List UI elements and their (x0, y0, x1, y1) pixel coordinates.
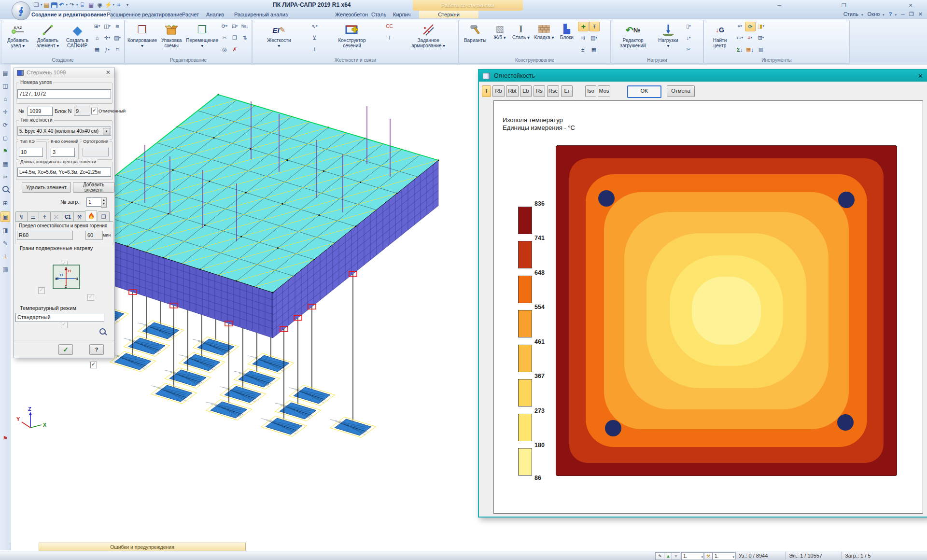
tab-advanced-analysis[interactable]: Расширенный анализ (230, 11, 292, 18)
scale-icon[interactable]: 1.2▾ (735, 33, 744, 42)
rod-close-icon[interactable]: ✕ (106, 69, 111, 76)
face-right-checkbox[interactable] (87, 294, 94, 301)
block-down-icon[interactable]: ▦↓ (745, 45, 755, 54)
target-icon[interactable]: ⌖▾ (735, 22, 744, 30)
tab-steel[interactable]: Сталь (367, 11, 391, 18)
masonry-button[interactable]: Кладка ▾ (533, 21, 556, 56)
rotate-view-icon[interactable]: ⟳ (745, 22, 756, 31)
section-constructor-button[interactable]: Конструктор сечений (331, 21, 373, 56)
panel-icon-16[interactable]: ▥ (1, 265, 10, 274)
panel-icon-2[interactable]: ◫ (1, 81, 10, 91)
fire-time-field[interactable]: 60 (85, 231, 103, 240)
variant-combo[interactable]: 1.▾ (713, 552, 735, 560)
panel-icon-17[interactable]: ⚑ (1, 434, 10, 443)
temp-mode-button[interactable]: T (482, 85, 491, 97)
delete-element-button[interactable]: Удалить элемент (22, 182, 71, 193)
help-button[interactable]: ? (89, 344, 104, 355)
panel-icon-1[interactable]: ▤ (1, 68, 10, 78)
mesh-icon[interactable]: ▤▾ (112, 33, 122, 42)
layers-icon[interactable]: ± (578, 45, 588, 54)
variant-hammer-icon[interactable]: ⚒ (704, 552, 713, 560)
distributed-load-icon[interactable]: ↓▾ (684, 33, 693, 42)
function-surface-icon[interactable]: ƒ▾ (102, 45, 112, 54)
close-button[interactable]: ✕ (904, 2, 917, 9)
t-section-tool-icon[interactable]: Ŧ (589, 22, 600, 31)
create-in-sapfir-button[interactable]: ◆ Создать в САПФИР (63, 21, 91, 56)
tab-advanced-editing[interactable]: Расширенное редактирование (102, 11, 186, 18)
tab-calculation[interactable]: Расчет (178, 11, 203, 18)
magnifier-icon[interactable] (99, 328, 106, 336)
add-rod-tool-icon[interactable]: ✚ (578, 22, 589, 31)
sections-field[interactable]: 3 (51, 148, 75, 157)
renumber-icon[interactable]: №↓ (240, 22, 250, 30)
tab-tools-icon[interactable]: ⚒ (73, 211, 85, 222)
plate-icon[interactable]: ▦ (92, 45, 102, 54)
er-button[interactable]: Er (561, 85, 573, 97)
mos-button[interactable]: Mos (598, 85, 610, 97)
stiffness-combo[interactable]: 5. Брус 40 Х 40 (колонны 40х40 см) ▾ (17, 126, 111, 136)
ok-button[interactable]: OK (627, 85, 661, 98)
fire-close-icon[interactable]: ✕ (918, 72, 923, 80)
support-icon[interactable]: ⊻ (309, 33, 319, 42)
list-icon[interactable]: ▥ (756, 45, 766, 54)
cancel-button[interactable]: Отмена (667, 85, 695, 97)
panel-icon-6[interactable]: ◻ (1, 133, 10, 143)
customize-toolbar-icon[interactable]: ▾ (124, 1, 131, 9)
help-dropdown[interactable]: ▾ (895, 13, 897, 16)
new-document-icon[interactable]: ❏ (32, 1, 40, 9)
stitch-icon[interactable]: ⇉ (578, 33, 588, 42)
face-bottom-checkbox[interactable] (61, 322, 68, 328)
grid-icon[interactable]: ⌗ (112, 45, 122, 54)
move-button[interactable]: ❐ Перемещение ▾ (185, 21, 219, 56)
scissors-icon[interactable]: ✂ (220, 33, 229, 42)
variants-button[interactable]: Варианты (461, 21, 489, 56)
solid-icon[interactable]: ◫▾ (102, 22, 112, 30)
iso-button[interactable]: Iso (585, 85, 596, 97)
rod-dialog-titlebar[interactable]: Стержень 1099 ✕ (14, 68, 114, 78)
load-num-field[interactable]: 1 (86, 197, 103, 207)
help-menu[interactable]: ? (889, 11, 892, 17)
spring-icon[interactable]: ∿▾ (309, 22, 319, 30)
apply-button[interactable]: ✓ (58, 344, 73, 355)
snapshot-icon[interactable]: ◉ (96, 1, 104, 9)
jack-icon[interactable]: ⊤ (385, 33, 394, 42)
blocks-button[interactable]: ▙ Блоки (557, 21, 577, 56)
fe-type-field[interactable]: 10 (19, 148, 43, 157)
lightning-icon[interactable]: ⚡ (105, 1, 112, 9)
panel-icon-active[interactable]: ▣ (0, 211, 10, 222)
swap-icon[interactable]: ⇅ (240, 33, 250, 42)
temp-mode-combo[interactable]: Стандартный (15, 313, 104, 322)
rsc-button[interactable]: Rsc (547, 85, 559, 97)
face-left-checkbox[interactable] (38, 287, 45, 294)
mirror-icon[interactable]: ⊡▾ (230, 22, 239, 30)
assigned-reinforcement-button[interactable]: Заданное армирование ▾ (406, 21, 451, 56)
redo-dropdown[interactable]: ▾ (76, 3, 78, 7)
steel-button[interactable]: I Сталь ▾ (510, 21, 532, 56)
style-menu[interactable]: Стиль (843, 11, 858, 17)
rb-button[interactable]: Rb (492, 85, 505, 97)
chart-3d-icon[interactable]: ⌗ (115, 1, 123, 9)
select-zoom-icon[interactable]: ◎ (220, 45, 229, 54)
tab-rigid-insert-icon[interactable]: Ϯ (39, 211, 51, 222)
tab-reinforced-concrete[interactable]: Железобетон (331, 11, 372, 18)
tab-copy-icon[interactable]: ❐ (98, 211, 110, 222)
copy-button[interactable]: ❐ Копирование ▾ (127, 21, 157, 56)
tab-c1-icon[interactable]: C1 (62, 211, 74, 222)
cut-load-icon[interactable]: ✂ (684, 45, 693, 54)
block-field[interactable]: 9 (74, 107, 90, 116)
panel-icon-8[interactable]: ▦ (1, 159, 10, 169)
terrain-icon[interactable]: ≋ (112, 22, 122, 30)
marked-checkbox[interactable] (91, 108, 98, 114)
delete-icon[interactable]: ✗ (230, 45, 239, 54)
minimize-button[interactable]: ─ (772, 2, 786, 9)
orthotropy-field[interactable] (83, 148, 109, 156)
panel-icon-9[interactable]: ✂ (1, 172, 10, 182)
window-menu[interactable]: Окно (868, 11, 880, 17)
tower-icon[interactable]: ⌂ (92, 33, 102, 42)
p-flag-icon[interactable]: ▤▾ (589, 33, 599, 42)
fire-limit-field[interactable]: R60 (17, 231, 73, 240)
find-center-button[interactable]: ↓G Найти центр (706, 21, 734, 56)
move-node-icon[interactable]: ✛▾ (102, 33, 112, 42)
panel-icon-5[interactable]: ⟳ (1, 120, 10, 130)
new-document-dropdown[interactable]: ▾ (41, 3, 42, 7)
